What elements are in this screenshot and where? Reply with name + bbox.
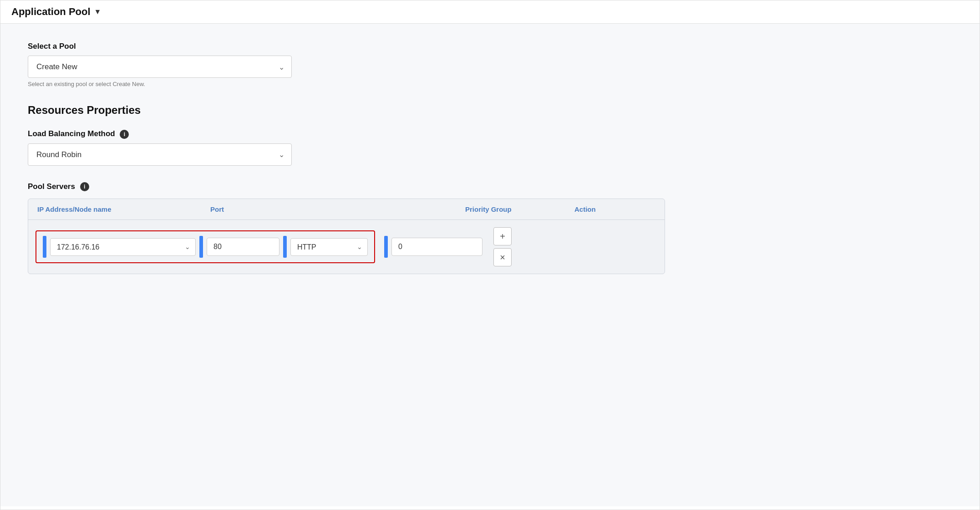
action-buttons: + × xyxy=(493,227,512,266)
port-input[interactable] xyxy=(207,238,279,256)
protocol-drag-handle xyxy=(283,236,287,258)
pool-servers-info-icon[interactable]: i xyxy=(80,182,89,191)
table-row: 172.16.76.16 ⌄ xyxy=(28,223,665,271)
pool-servers-section: Pool Servers i IP Address/Node name Port… xyxy=(28,182,952,275)
col-header-protocol xyxy=(338,205,465,213)
load-balancing-dropdown[interactable]: Round Robin Least Connections IP Hash xyxy=(28,143,292,166)
select-pool-wrapper: Create New Pool 1 Pool 2 ⌄ xyxy=(28,56,292,78)
main-content: Select a Pool Create New Pool 1 Pool 2 ⌄… xyxy=(0,24,980,506)
port-cell xyxy=(199,236,279,258)
col-header-port: Port xyxy=(210,205,338,213)
priority-drag-handle xyxy=(384,236,388,258)
select-pool-hint: Select an existing pool or select Create… xyxy=(28,81,952,87)
load-balancing-info-icon[interactable]: i xyxy=(120,130,129,139)
ip-cell: 172.16.76.16 ⌄ xyxy=(43,236,196,258)
app-pool-header: Application Pool ▼ xyxy=(0,0,980,24)
select-pool-label: Select a Pool xyxy=(28,42,952,51)
remove-row-button[interactable]: × xyxy=(493,248,512,266)
pool-servers-label: Pool Servers i xyxy=(28,182,952,192)
resources-properties-heading: Resources Properties xyxy=(28,104,952,117)
select-pool-section: Select a Pool Create New Pool 1 Pool 2 ⌄… xyxy=(28,42,952,87)
priority-group-input[interactable] xyxy=(391,238,482,256)
col-header-action: Action xyxy=(574,205,629,213)
protocol-dropdown[interactable]: HTTP HTTPS xyxy=(290,238,368,256)
select-pool-dropdown[interactable]: Create New Pool 1 Pool 2 xyxy=(28,56,292,78)
col-header-ip: IP Address/Node name xyxy=(37,205,210,213)
page-title: Application Pool xyxy=(11,6,91,18)
pool-servers-table: IP Address/Node name Port Priority Group… xyxy=(28,199,665,274)
add-row-button[interactable]: + xyxy=(493,227,512,245)
priority-cell xyxy=(384,236,482,258)
table-header: IP Address/Node name Port Priority Group… xyxy=(28,199,665,220)
ip-address-dropdown[interactable]: 172.16.76.16 xyxy=(50,238,196,256)
ip-select-wrapper: 172.16.76.16 ⌄ xyxy=(50,238,196,256)
load-balancing-wrapper: Round Robin Least Connections IP Hash ⌄ xyxy=(28,143,292,166)
remove-icon: × xyxy=(500,253,505,262)
col-header-priority: Priority Group xyxy=(465,205,574,213)
load-balancing-label: Load Balancing Method i xyxy=(28,129,952,139)
port-drag-handle xyxy=(199,236,203,258)
protocol-select-wrapper: HTTP HTTPS ⌄ xyxy=(290,238,368,256)
load-balancing-section: Load Balancing Method i Round Robin Leas… xyxy=(28,129,952,166)
header-chevron-icon[interactable]: ▼ xyxy=(94,8,102,16)
ip-drag-handle xyxy=(43,236,46,258)
row-outlined-fields: 172.16.76.16 ⌄ xyxy=(36,230,375,263)
add-icon: + xyxy=(500,232,505,241)
protocol-cell: HTTP HTTPS ⌄ xyxy=(283,236,368,258)
